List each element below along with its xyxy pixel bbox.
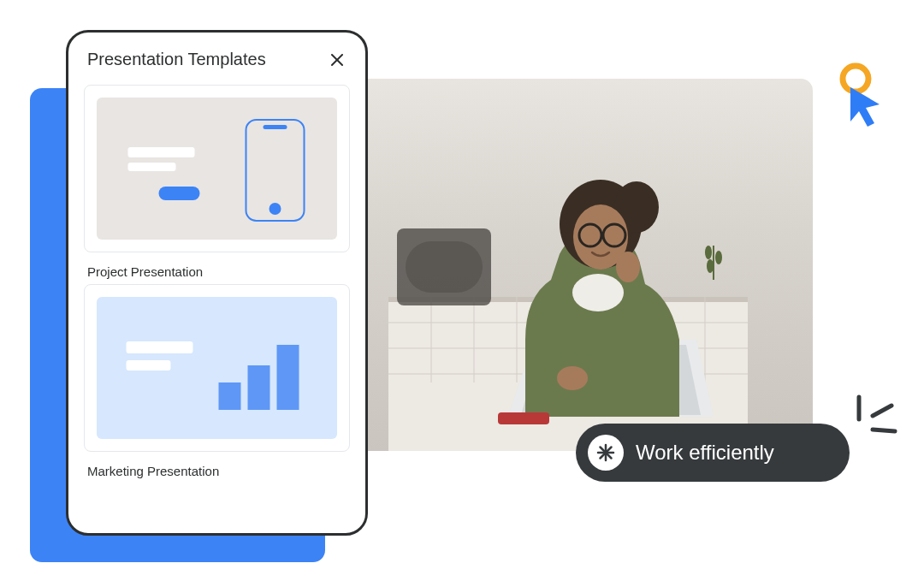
svg-rect-11 [406,241,483,293]
svg-point-39 [843,66,868,92]
template-thumbnail-marketing [97,297,337,439]
close-icon [331,54,343,66]
svg-rect-28 [128,147,195,157]
work-efficiently-pill: Work efficiently [576,424,850,482]
svg-rect-38 [277,345,299,410]
svg-point-23 [705,246,712,259]
svg-rect-29 [128,163,176,171]
template-label-project: Project Presentation [87,264,350,279]
panel-header: Presentation Templates [84,50,350,69]
svg-rect-21 [498,412,549,424]
template-label-marketing: Marketing Presentation [87,464,350,478]
panel-title: Presentation Templates [87,50,266,69]
svg-point-19 [616,252,640,282]
svg-rect-35 [127,360,171,370]
svg-rect-30 [159,187,200,200]
svg-point-12 [572,274,624,311]
svg-rect-34 [127,341,193,353]
svg-point-33 [270,203,281,215]
accent-lines-icon [849,394,900,453]
pill-text: Work efficiently [636,441,774,465]
svg-point-24 [715,251,722,264]
close-button[interactable] [328,50,346,69]
template-thumbnail-project [97,98,337,240]
asterisk-icon [588,435,624,471]
svg-line-41 [873,406,891,416]
template-card-marketing[interactable] [84,284,350,452]
templates-panel: Presentation Templates Project Presenta [66,30,368,536]
svg-point-25 [707,259,714,273]
template-card-project[interactable] [84,85,350,252]
svg-rect-37 [248,365,270,410]
hero-photo [323,79,813,451]
svg-point-20 [557,366,588,390]
svg-rect-36 [219,382,241,410]
cursor-decoration [830,60,898,137]
svg-rect-32 [264,125,287,129]
svg-line-42 [873,430,895,431]
person-illustration [388,126,748,451]
